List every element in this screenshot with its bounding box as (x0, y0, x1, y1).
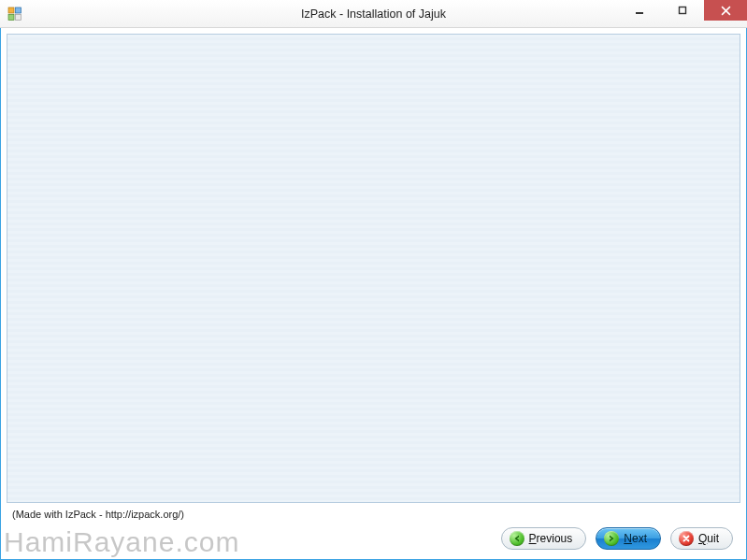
close-icon (679, 531, 694, 546)
svg-rect-0 (8, 7, 14, 13)
quit-button-label: Quit (698, 532, 719, 545)
svg-marker-6 (514, 536, 519, 542)
svg-rect-5 (680, 7, 686, 14)
arrow-left-icon (510, 531, 524, 546)
previous-button[interactable]: Previous (501, 527, 587, 550)
svg-rect-2 (8, 14, 14, 20)
app-icon (7, 7, 22, 22)
maximize-button[interactable] (661, 0, 704, 21)
footer-credit: (Made with IzPack - http://izpack.org/) (12, 509, 739, 520)
wizard-button-bar: Previous Next Quit (501, 527, 733, 550)
minimize-button[interactable] (618, 0, 661, 21)
svg-marker-7 (610, 536, 614, 542)
window-client-area: (Made with IzPack - http://izpack.org/) … (0, 28, 747, 560)
installer-content-panel (7, 34, 740, 503)
next-button[interactable]: Next (596, 527, 661, 550)
arrow-right-icon (604, 531, 619, 546)
window-controls (618, 0, 747, 27)
close-button[interactable] (704, 0, 747, 21)
svg-rect-3 (16, 14, 22, 20)
svg-rect-4 (636, 12, 643, 14)
next-button-label: Next (624, 532, 647, 545)
svg-rect-1 (16, 7, 22, 13)
previous-button-label: Previous (529, 532, 573, 545)
quit-button[interactable]: Quit (670, 527, 733, 550)
title-bar: IzPack - Installation of Jajuk (0, 0, 747, 28)
